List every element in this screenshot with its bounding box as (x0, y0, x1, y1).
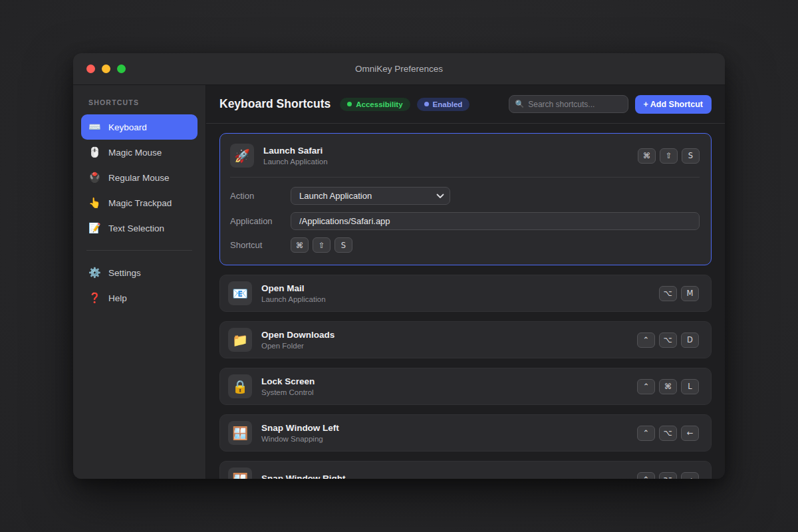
sidebar-item-label: Text Selection (108, 223, 164, 233)
shortcut-row-open-downloads[interactable]: 📁 Open Downloads Open Folder ⌃ ⌥ D (219, 321, 712, 358)
shortcut-keys: ⌃ ⌥ → (637, 472, 699, 479)
letter-key: L (681, 379, 699, 394)
memo-icon: 📝 (88, 222, 100, 234)
traffic-lights (86, 65, 126, 73)
shortcut-title: Launch Safari (263, 146, 328, 156)
folder-icon: 📁 (228, 328, 252, 352)
option-key: ⌥ (659, 472, 677, 479)
letter-key: S (682, 148, 700, 164)
sidebar-item-label: Magic Trackpad (108, 198, 172, 208)
option-key: ⌥ (659, 426, 677, 441)
control-key: ⌃ (637, 472, 655, 479)
gear-icon: ⚙️ (88, 267, 100, 279)
shortcut-title: Open Downloads (261, 330, 334, 340)
trackball-icon: 🖲️ (88, 172, 100, 184)
search-box[interactable]: 🔍 (509, 95, 628, 113)
letter-key: D (681, 332, 699, 348)
control-key: ⌃ (637, 332, 655, 348)
shortcut-subtitle: Window Snapping (261, 435, 339, 443)
close-button[interactable] (86, 65, 95, 73)
sidebar-item-magic-trackpad[interactable]: 👆 Magic Trackpad (81, 190, 198, 215)
action-select[interactable]: Launch Application (291, 187, 450, 205)
status-dot-icon (347, 102, 352, 106)
shortcut-subtitle: System Control (261, 388, 315, 396)
zoom-button[interactable] (117, 65, 126, 73)
shortcut-keys: ⌘ ⇧ S (638, 148, 700, 164)
question-mark-icon: ❓ (88, 292, 100, 304)
badge-label: Enabled (433, 100, 463, 108)
shortcut-subtitle: Launch Application (261, 295, 326, 303)
letter-key: M (681, 286, 699, 301)
add-shortcut-button[interactable]: + Add Shortcut (635, 95, 712, 114)
card-divider (230, 177, 700, 178)
page-title: Keyboard Shortcuts (219, 97, 331, 111)
shift-key: ⇧ (313, 237, 331, 253)
shortcut-row-snap-window-right[interactable]: 🪟 Snap Window Right ⌃ ⌥ → (219, 461, 712, 479)
enabled-badge: Enabled (417, 98, 470, 111)
arrow-left-key: ← (681, 426, 699, 441)
application-path-input[interactable] (291, 212, 700, 230)
shortcut-title: Snap Window Right (261, 473, 346, 479)
search-input[interactable] (528, 100, 621, 109)
title-bar: OmniKey Preferences (73, 53, 725, 85)
sidebar-item-help[interactable]: ❓ Help (81, 285, 198, 311)
sidebar-item-settings[interactable]: ⚙️ Settings (81, 260, 198, 285)
window-icon: 🪟 (228, 467, 252, 479)
shortcut-row-lock-screen[interactable]: 🔒 Lock Screen System Control ⌃ ⌘ L (219, 368, 712, 405)
shortcut-card-launch-safari[interactable]: 🚀 Launch Safari Launch Application ⌘ ⇧ S (219, 133, 712, 265)
shortcut-subtitle: Launch Application (263, 158, 328, 166)
command-key: ⌘ (291, 237, 309, 253)
lock-icon: 🔒 (228, 374, 252, 398)
sidebar-item-label: Help (108, 293, 127, 303)
search-icon: 🔍 (515, 100, 525, 108)
shortcut-subtitle: Open Folder (261, 342, 334, 350)
sidebar-divider (86, 250, 192, 251)
shortcut-title: Lock Screen (261, 376, 315, 386)
page-header: Keyboard Shortcuts Accessibility Enabled… (206, 85, 725, 124)
shortcut-label: Shortcut (230, 240, 291, 250)
arrow-right-key: → (681, 472, 699, 479)
sidebar-item-label: Keyboard (108, 122, 147, 132)
action-label: Action (230, 191, 291, 201)
option-key: ⌥ (659, 286, 677, 301)
letter-key: S (334, 237, 352, 253)
sidebar-item-label: Magic Mouse (108, 148, 162, 158)
sidebar-item-text-selection[interactable]: 📝 Text Selection (81, 215, 198, 241)
sidebar-item-regular-mouse[interactable]: 🖲️ Regular Mouse (81, 165, 198, 190)
sidebar: SHORTCUTS ⌨️ Keyboard 🖱️ Magic Mouse 🖲️ … (73, 85, 206, 479)
sidebar-section-label: SHORTCUTS (81, 98, 198, 106)
email-icon: 📧 (228, 281, 252, 305)
shortcut-keys: ⌃ ⌥ D (637, 332, 699, 348)
shortcut-keys: ⌃ ⌥ ← (637, 426, 699, 441)
shortcut-keys: ⌃ ⌘ L (637, 379, 699, 394)
command-key: ⌘ (638, 148, 656, 164)
shortcut-title: Snap Window Left (261, 423, 339, 433)
application-label: Application (230, 216, 291, 226)
shortcut-key-editor[interactable]: ⌘ ⇧ S (291, 237, 352, 253)
mouse-icon: 🖱️ (88, 146, 100, 158)
pointing-finger-icon: 👆 (88, 197, 100, 209)
accessibility-badge: Accessibility (340, 98, 410, 111)
shortcut-title: Open Mail (261, 283, 326, 293)
sidebar-item-label: Regular Mouse (108, 173, 170, 183)
keyboard-icon: ⌨️ (88, 121, 100, 133)
shortcut-row-snap-window-left[interactable]: 🪟 Snap Window Left Window Snapping ⌃ ⌥ ← (219, 414, 712, 452)
app-window: OmniKey Preferences SHORTCUTS ⌨️ Keyboar… (73, 53, 725, 479)
sidebar-item-label: Settings (108, 268, 141, 278)
sidebar-item-magic-mouse[interactable]: 🖱️ Magic Mouse (81, 140, 198, 165)
shortcut-list: 🚀 Launch Safari Launch Application ⌘ ⇧ S (206, 124, 725, 479)
main-panel: Keyboard Shortcuts Accessibility Enabled… (206, 85, 725, 479)
window-title: OmniKey Preferences (73, 64, 725, 74)
command-key: ⌘ (659, 379, 677, 394)
sidebar-item-keyboard[interactable]: ⌨️ Keyboard (81, 114, 198, 140)
badge-label: Accessibility (356, 100, 402, 108)
status-dot-icon (424, 102, 429, 106)
shortcut-row-open-mail[interactable]: 📧 Open Mail Launch Application ⌥ M (219, 275, 712, 312)
window-icon: 🪟 (228, 421, 252, 445)
shortcut-keys: ⌥ M (659, 286, 699, 301)
rocket-icon: 🚀 (230, 144, 254, 168)
minimize-button[interactable] (102, 65, 110, 73)
control-key: ⌃ (637, 426, 655, 441)
shift-key: ⇧ (660, 148, 678, 164)
option-key: ⌥ (659, 332, 677, 348)
